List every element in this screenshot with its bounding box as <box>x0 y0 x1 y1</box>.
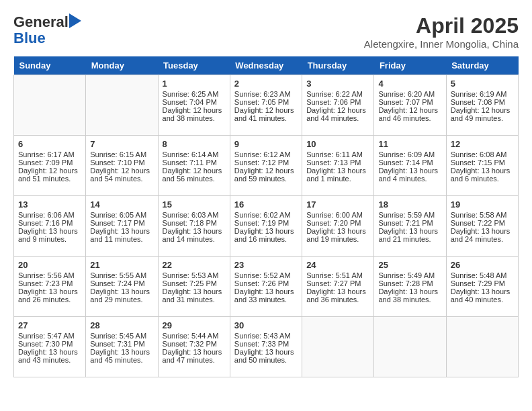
day-info: Sunset: 7:20 PM <box>306 219 369 227</box>
calendar-cell: 30Sunrise: 5:43 AMSunset: 7:33 PMDayligh… <box>230 317 302 377</box>
day-info: Sunrise: 6:09 AM <box>378 150 441 158</box>
calendar-cell: 28Sunrise: 5:45 AMSunset: 7:31 PMDayligh… <box>86 317 158 377</box>
day-info: and 49 minutes. <box>451 114 514 122</box>
day-info: Daylight: 13 hours <box>451 287 514 295</box>
day-info: Sunset: 7:31 PM <box>90 340 153 348</box>
week-row-3: 13Sunrise: 6:06 AMSunset: 7:16 PMDayligh… <box>14 196 519 257</box>
day-info: Daylight: 13 hours <box>451 167 514 175</box>
day-number: 24 <box>306 260 369 270</box>
day-number: 10 <box>306 139 369 149</box>
day-info: Sunset: 7:19 PM <box>234 219 298 227</box>
day-number: 17 <box>306 199 369 210</box>
day-info: Daylight: 13 hours <box>378 227 441 235</box>
day-number: 16 <box>234 199 298 210</box>
day-number: 30 <box>234 320 298 330</box>
day-info: Sunset: 7:13 PM <box>306 158 369 167</box>
calendar-cell <box>14 75 86 136</box>
calendar-cell: 2Sunrise: 6:23 AMSunset: 7:05 PMDaylight… <box>230 75 302 136</box>
day-number: 22 <box>163 260 226 270</box>
day-number: 11 <box>378 139 441 149</box>
day-info: and 38 minutes. <box>378 295 441 304</box>
day-info: Sunset: 7:05 PM <box>234 98 298 106</box>
day-info: Sunset: 7:18 PM <box>163 219 226 227</box>
calendar-cell: 7Sunrise: 6:15 AMSunset: 7:10 PMDaylight… <box>86 136 158 196</box>
day-number: 3 <box>306 79 369 89</box>
day-info: Daylight: 13 hours <box>306 287 369 295</box>
calendar-cell: 24Sunrise: 5:51 AMSunset: 7:27 PMDayligh… <box>302 257 374 317</box>
day-info: and 50 minutes. <box>234 356 298 364</box>
day-number: 20 <box>18 260 81 270</box>
day-info: Daylight: 13 hours <box>163 287 226 295</box>
calendar-cell <box>302 317 374 377</box>
day-info: and 1 minute. <box>306 175 369 183</box>
day-info: Sunset: 7:26 PM <box>234 279 298 287</box>
day-info: Sunrise: 5:49 AM <box>378 271 441 279</box>
day-info: and 16 minutes. <box>234 235 298 243</box>
day-number: 29 <box>163 320 226 330</box>
calendar-cell: 22Sunrise: 5:53 AMSunset: 7:25 PMDayligh… <box>158 257 230 317</box>
calendar-cell: 20Sunrise: 5:56 AMSunset: 7:23 PMDayligh… <box>14 257 86 317</box>
day-info: Daylight: 13 hours <box>90 227 153 235</box>
day-number: 13 <box>18 199 81 210</box>
week-row-2: 6Sunrise: 6:17 AMSunset: 7:09 PMDaylight… <box>14 136 519 196</box>
day-number: 8 <box>163 139 226 149</box>
day-info: and 46 minutes. <box>378 114 441 122</box>
day-number: 4 <box>378 79 441 89</box>
day-info: Sunrise: 6:03 AM <box>163 211 226 219</box>
day-info: Daylight: 13 hours <box>18 287 81 295</box>
day-info: Daylight: 12 hours <box>90 167 153 175</box>
day-info: Daylight: 13 hours <box>306 227 369 235</box>
day-info: Sunrise: 5:58 AM <box>451 211 514 219</box>
day-info: Sunset: 7:22 PM <box>451 219 514 227</box>
day-info: and 44 minutes. <box>306 114 369 122</box>
calendar-cell: 16Sunrise: 6:02 AMSunset: 7:19 PMDayligh… <box>230 196 302 257</box>
svg-marker-0 <box>69 13 81 28</box>
calendar-cell: 15Sunrise: 6:03 AMSunset: 7:18 PMDayligh… <box>158 196 230 257</box>
logo-arrow-icon <box>69 13 81 31</box>
day-info: Daylight: 12 hours <box>163 167 226 175</box>
weekday-header-tuesday: Tuesday <box>158 56 230 75</box>
day-info: Sunset: 7:11 PM <box>163 158 226 167</box>
day-number: 6 <box>18 139 81 149</box>
day-info: and 41 minutes. <box>234 114 298 122</box>
day-info: Daylight: 13 hours <box>378 167 441 175</box>
day-info: and 9 minutes. <box>18 235 81 243</box>
weekday-header-row: SundayMondayTuesdayWednesdayThursdayFrid… <box>14 56 519 75</box>
day-number: 5 <box>451 79 514 89</box>
calendar-cell: 18Sunrise: 5:59 AMSunset: 7:21 PMDayligh… <box>374 196 446 257</box>
day-info: Daylight: 12 hours <box>451 106 514 114</box>
day-info: and 14 minutes. <box>163 235 226 243</box>
day-info: Sunrise: 6:02 AM <box>234 211 298 219</box>
day-number: 25 <box>378 260 441 270</box>
day-info: Sunrise: 6:19 AM <box>451 90 514 98</box>
day-info: Sunrise: 6:00 AM <box>306 211 369 219</box>
day-info: Sunrise: 6:05 AM <box>90 211 153 219</box>
day-info: Sunrise: 6:20 AM <box>378 90 441 98</box>
calendar-cell: 19Sunrise: 5:58 AMSunset: 7:22 PMDayligh… <box>446 196 518 257</box>
day-info: Daylight: 13 hours <box>90 348 153 356</box>
day-info: Sunrise: 6:25 AM <box>163 90 226 98</box>
day-number: 26 <box>451 260 514 270</box>
calendar-cell: 8Sunrise: 6:14 AMSunset: 7:11 PMDaylight… <box>158 136 230 196</box>
day-info: Sunrise: 6:08 AM <box>451 150 514 158</box>
title-block: April 2025 Aletengxire, Inner Mongolia, … <box>364 13 519 50</box>
day-info: Sunset: 7:28 PM <box>378 279 441 287</box>
day-info: Sunset: 7:17 PM <box>90 219 153 227</box>
calendar-cell: 11Sunrise: 6:09 AMSunset: 7:14 PMDayligh… <box>374 136 446 196</box>
day-info: Sunrise: 6:06 AM <box>18 211 81 219</box>
day-info: Sunrise: 6:11 AM <box>306 150 369 158</box>
day-info: and 38 minutes. <box>163 114 226 122</box>
day-info: and 21 minutes. <box>378 235 441 243</box>
day-info: and 11 minutes. <box>90 235 153 243</box>
day-info: and 6 minutes. <box>451 175 514 183</box>
day-number: 21 <box>90 260 153 270</box>
day-info: Sunset: 7:25 PM <box>163 279 226 287</box>
calendar-table: SundayMondayTuesdayWednesdayThursdayFrid… <box>13 56 519 377</box>
calendar-cell: 4Sunrise: 6:20 AMSunset: 7:07 PMDaylight… <box>374 75 446 136</box>
logo-general: General <box>13 13 69 31</box>
day-info: and 43 minutes. <box>18 356 81 364</box>
weekday-header-saturday: Saturday <box>446 56 518 75</box>
calendar-cell <box>374 317 446 377</box>
day-info: and 31 minutes. <box>163 295 226 304</box>
day-number: 23 <box>234 260 298 270</box>
